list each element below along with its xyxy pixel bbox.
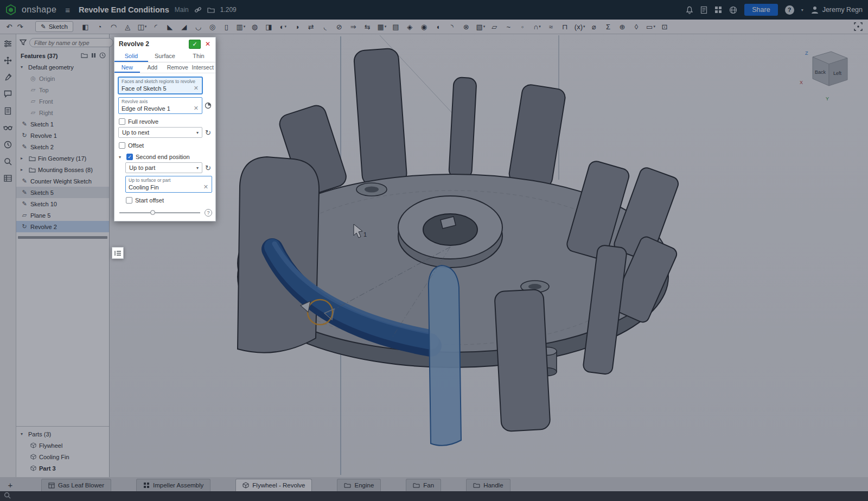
dialog-help-icon[interactable]: ? <box>205 209 212 217</box>
checkbox-checked-icon[interactable]: ✓ <box>126 154 133 160</box>
sheet-metal-icon[interactable]: ▤ <box>391 21 401 32</box>
onshape-logo-icon[interactable] <box>5 4 16 15</box>
circular-pattern-icon[interactable]: ◍ <box>250 21 260 32</box>
offset-checkbox-row[interactable]: Offset <box>119 142 212 149</box>
up-to-part-field[interactable]: Up to surface or part Cooling Fin ✕ <box>125 176 212 193</box>
end-condition-select[interactable]: Up to next ▾ <box>118 127 202 138</box>
tree-item-origin[interactable]: ◎ Origin <box>16 73 109 84</box>
tree-item-revolve-1[interactable]: ↻ Revolve 1 <box>16 130 109 141</box>
transform-icon[interactable]: ⇄ <box>306 21 317 32</box>
tree-item-right-plane[interactable]: ▱ Right <box>16 107 109 118</box>
op-add[interactable]: Add <box>140 62 165 73</box>
view-cube[interactable]: Back Left Z X Y <box>800 50 847 102</box>
language-globe-icon[interactable] <box>729 6 737 14</box>
clear-selection-icon[interactable]: ✕ <box>203 183 209 191</box>
opposite-direction-icon[interactable]: ↻ <box>204 164 212 172</box>
tab-impeller-assembly[interactable]: Impeller Assembly <box>136 479 210 491</box>
undo-icon[interactable]: ↶ <box>4 21 14 32</box>
checkbox-unchecked-icon[interactable] <box>119 118 125 125</box>
faces-selection-field[interactable]: Faces and sketch regions to revolve Face… <box>118 77 202 94</box>
flywheel-hub[interactable] <box>398 196 502 268</box>
suspend-icon[interactable] <box>91 53 96 59</box>
sliders-icon[interactable] <box>3 39 13 48</box>
thicken-icon[interactable]: ◫▾ <box>137 21 148 32</box>
loft-icon[interactable]: ◬ <box>123 21 133 32</box>
transform-icon[interactable] <box>3 55 13 65</box>
dialog-list-toggle[interactable] <box>112 247 124 259</box>
tree-item-revolve-2[interactable]: ↻ Revolve 2 <box>16 221 109 232</box>
boolean-icon[interactable]: ◐▾ <box>278 21 289 32</box>
bom-icon[interactable] <box>3 173 13 183</box>
center-view-icon[interactable] <box>853 21 864 32</box>
intersection-curve-icon[interactable]: ⊓ <box>560 21 571 32</box>
chamfer-icon[interactable]: ◣ <box>165 21 176 32</box>
history-icon[interactable] <box>3 139 13 149</box>
help-icon[interactable]: ? <box>785 5 794 15</box>
rib-icon[interactable]: ▯ <box>221 21 232 32</box>
op-intersect[interactable]: Intersect <box>190 62 216 73</box>
user-menu[interactable]: Jeremy Regn <box>810 5 863 14</box>
slider-thumb[interactable] <box>150 210 155 215</box>
tree-item-fin-geometry[interactable]: ▸ Fin Geometry (17) <box>16 153 109 164</box>
tab-fan[interactable]: Fan <box>406 479 441 491</box>
composite-curve-icon[interactable]: ≈ <box>546 21 557 32</box>
comment-icon[interactable] <box>3 89 13 99</box>
move-face-icon[interactable]: ⇒ <box>348 21 359 32</box>
wrap-icon[interactable]: ◖ <box>433 21 444 32</box>
hole-icon[interactable]: ◎ <box>207 21 218 32</box>
notifications-bell-icon[interactable] <box>686 6 693 14</box>
frame-icon[interactable]: ▭▾ <box>646 21 656 32</box>
tab-flywheel-revolve[interactable]: Flywheel - Revolve <box>235 479 312 491</box>
fill-icon[interactable]: ◉ <box>419 21 430 32</box>
version-label[interactable]: 1.209 <box>220 6 237 14</box>
filter-input[interactable] <box>29 38 113 47</box>
tree-item-sketch-10[interactable]: ✎ Sketch 10 <box>16 198 109 210</box>
draft-icon[interactable]: ◢ <box>179 21 190 32</box>
extrude-icon[interactable]: ◧ <box>80 21 91 32</box>
tree-item-top-plane[interactable]: ▱ Top <box>16 84 109 96</box>
history-icon[interactable] <box>99 52 106 60</box>
release-notes-icon[interactable] <box>700 6 707 14</box>
tree-item-plane-5[interactable]: ▱ Plane 5 <box>16 210 109 221</box>
op-new[interactable]: New <box>114 62 140 73</box>
search-icon[interactable] <box>3 156 13 166</box>
offset-surface-icon[interactable]: ◟ <box>320 21 331 32</box>
tree-item-mounting-bosses[interactable]: ▸ Mounting Bosses (8) <box>16 164 109 175</box>
tab-engine[interactable]: Engine <box>337 479 381 491</box>
axis-selection-field[interactable]: Revolve axis Edge of Revolve 1 ✕ <box>118 97 202 114</box>
revolve-icon[interactable]: ◔ <box>94 21 105 32</box>
measure-icon[interactable]: ⌀ <box>589 21 600 32</box>
new-tab-button[interactable]: + <box>4 479 16 491</box>
table-icon[interactable]: ▦▾ <box>376 21 387 32</box>
sweep-icon[interactable]: ◠ <box>108 21 119 32</box>
redo-icon[interactable]: ↷ <box>15 21 25 32</box>
enclose-icon[interactable]: ◈ <box>405 21 416 32</box>
chevron-right-icon[interactable]: ▸ <box>21 156 26 161</box>
start-offset-checkbox-row[interactable]: Start offset <box>126 197 212 204</box>
second-end-condition-select[interactable]: Up to part ▾ <box>125 162 202 173</box>
rollback-bar[interactable] <box>18 236 107 239</box>
split-icon[interactable]: ◑ <box>292 21 303 32</box>
tag-icon[interactable]: ◊ <box>631 21 642 32</box>
checkbox-unchecked-icon[interactable] <box>126 197 132 204</box>
mirror-icon[interactable]: ◨ <box>264 21 275 32</box>
mate-connector-icon[interactable] <box>204 102 212 109</box>
pattern-icon[interactable]: ▧▾ <box>475 21 486 32</box>
version-folder-icon[interactable] <box>207 7 215 13</box>
chevron-down-icon[interactable]: ▾ <box>801 8 803 12</box>
variable-icon[interactable]: (x)▾ <box>574 21 586 32</box>
clear-selection-icon[interactable]: ✕ <box>193 85 199 92</box>
tree-item-default-geometry[interactable]: ▾ Default geometry <box>16 61 109 73</box>
tree-item-sketch-2[interactable]: ✎ Sketch 2 <box>16 141 109 153</box>
replace-face-icon[interactable]: ⇆ <box>362 21 373 32</box>
app-grid-icon[interactable] <box>714 6 722 14</box>
cooling-fin-part[interactable] <box>429 265 461 446</box>
glasses-icon[interactable] <box>3 123 13 132</box>
part-item-cooling-fin[interactable]: Cooling Fin <box>16 451 109 462</box>
viewport-canvas[interactable]: 1 Back Left Z X Y <box>110 34 868 477</box>
curve-icon[interactable]: ∩▾ <box>532 21 542 32</box>
parts-header[interactable]: ▾ Parts (3) <box>16 428 109 440</box>
appearance-icon[interactable] <box>3 72 13 82</box>
tab-solid[interactable]: Solid <box>114 50 148 62</box>
mate-connector-icon[interactable]: ⊕ <box>617 21 628 32</box>
